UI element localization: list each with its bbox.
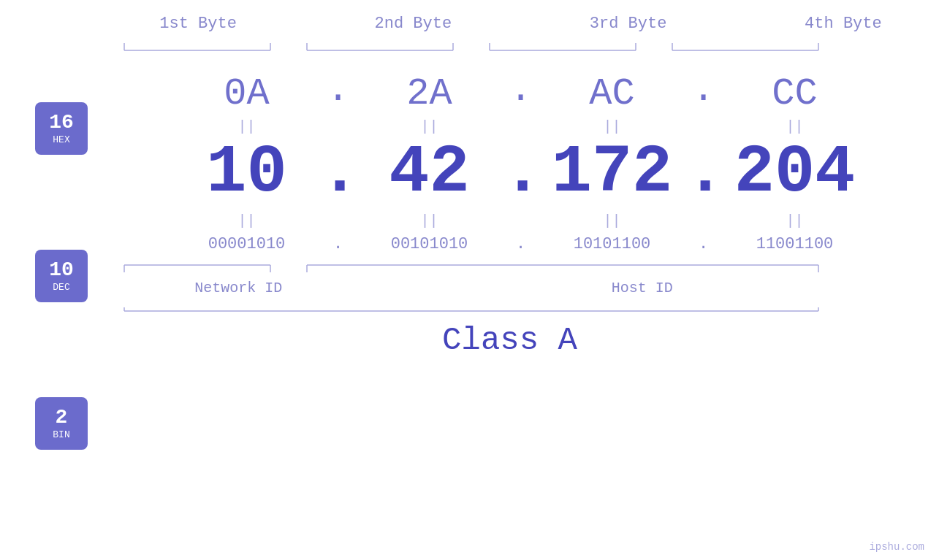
dec-badge-number: 10	[49, 260, 74, 280]
bin-badge-label: BIN	[53, 429, 69, 440]
dot-hex-1: .	[320, 69, 357, 112]
eq-1-3: ||	[539, 118, 685, 135]
hex-badge: 16 HEX	[35, 102, 88, 155]
eq-1-4: ||	[722, 118, 868, 135]
hex-badge-label: HEX	[53, 134, 69, 145]
hex-byte-2: 2A	[357, 72, 503, 115]
eq-1-2: ||	[357, 118, 503, 135]
watermark: ipshu.com	[869, 541, 924, 553]
content-area: 1st Byte 2nd Byte 3rd Byte 4th Byte	[117, 0, 924, 560]
eq-2-1: ||	[174, 212, 320, 229]
hex-byte-4: CC	[722, 72, 868, 115]
dec-byte-2: 42	[357, 139, 503, 207]
bin-byte-2: 00101010	[357, 235, 503, 253]
class-label-container: Class A	[117, 322, 902, 358]
byte-headers-row: 1st Byte 2nd Byte 3rd Byte 4th Byte	[117, 0, 924, 33]
dot-dec-1: .	[320, 139, 357, 207]
dot-hex-3: .	[685, 69, 722, 112]
bottom-bracket-svg	[117, 259, 924, 280]
byte-header-4: 4th Byte	[770, 15, 916, 33]
dec-badge: 10 DEC	[35, 250, 88, 302]
top-bracket-svg	[117, 36, 924, 58]
hex-byte-3: AC	[539, 72, 685, 115]
class-label: Class A	[442, 322, 577, 358]
byte-header-2: 2nd Byte	[340, 15, 486, 33]
top-bracket-area	[117, 36, 924, 58]
hex-badge-number: 16	[49, 112, 74, 133]
id-labels-row: Network ID Host ID	[117, 280, 924, 296]
host-id-label: Host ID	[387, 280, 898, 296]
dot-bin-3: .	[685, 235, 722, 253]
bin-byte-1: 00001010	[174, 235, 320, 253]
hex-byte-1: 0A	[174, 72, 320, 115]
bin-badge: 2 BIN	[35, 397, 88, 450]
class-bracket-svg	[117, 304, 924, 322]
bin-byte-3: 10101100	[539, 235, 685, 253]
dot-dec-2: .	[503, 139, 539, 207]
hex-row: 0A . 2A . AC . CC	[117, 65, 924, 115]
eq-row-2: || || || ||	[117, 212, 924, 229]
bin-badge-number: 2	[56, 407, 68, 428]
dot-bin-2: .	[503, 235, 539, 253]
eq-2-3: ||	[539, 212, 685, 229]
watermark-text: ipshu.com	[869, 541, 924, 553]
byte-header-1: 1st Byte	[125, 15, 271, 33]
dec-byte-3: 172	[539, 139, 685, 207]
dec-badge-label: DEC	[53, 282, 69, 293]
network-id-label: Network ID	[143, 280, 333, 296]
bottom-bracket-area	[117, 259, 924, 280]
dot-bin-1: .	[320, 235, 357, 253]
byte-header-3: 3rd Byte	[555, 15, 702, 33]
dot-hex-2: .	[503, 69, 539, 112]
dot-dec-3: .	[685, 139, 722, 207]
bin-byte-4: 11001100	[722, 235, 868, 253]
dec-byte-1: 10	[174, 139, 320, 207]
eq-row-1: || || || ||	[117, 118, 924, 135]
eq-2-4: ||	[722, 212, 868, 229]
bin-row: 00001010 . 00101010 . 10101100 . 1100110…	[117, 235, 924, 253]
class-bracket-area	[117, 304, 924, 322]
main-container: 16 HEX 10 DEC 2 BIN 1st Byte 2nd Byte 3r…	[0, 0, 939, 560]
dec-byte-4: 204	[722, 139, 868, 207]
dec-row: 10 . 42 . 172 . 204	[117, 139, 924, 207]
eq-2-2: ||	[357, 212, 503, 229]
badges-column: 16 HEX 10 DEC 2 BIN	[35, 102, 88, 450]
eq-1-1: ||	[174, 118, 320, 135]
